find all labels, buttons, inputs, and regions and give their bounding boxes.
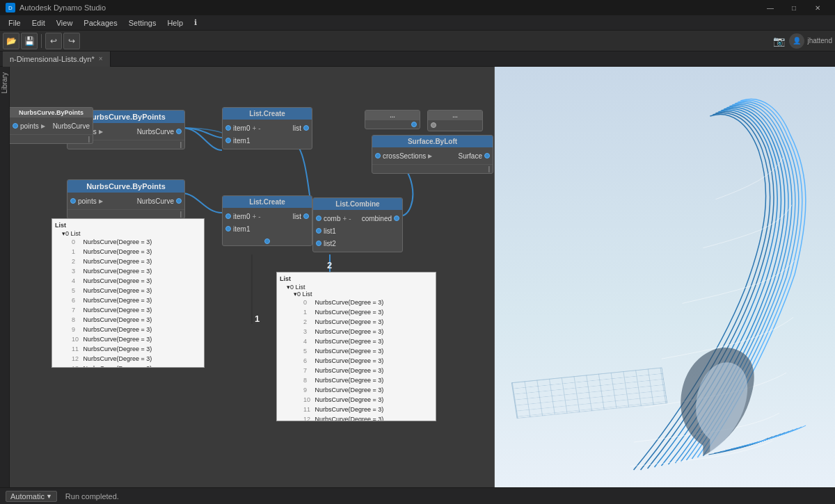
redo-button[interactable]: ↪	[63, 33, 80, 49]
output-list-bottom: list	[293, 213, 301, 220]
node-listcreate-bottom-body: item0 + - list item1	[223, 208, 312, 237]
statusbar: Automatic ▼ Run completed.	[0, 487, 835, 504]
port-dot-surface	[484, 153, 490, 158]
tab-label: n-Dimensional-Lists.dyn*	[10, 55, 95, 63]
list-item-l1: 1 NurbsCurve(Degree = 3)	[301, 307, 433, 317]
list-item-l10: 10 NurbsCurve(Degree = 3)	[301, 395, 433, 405]
node-footer-partial: |	[10, 134, 93, 143]
port-dot-list2	[316, 241, 321, 246]
app-title: Autodesk Dynamo Studio	[19, 3, 106, 12]
port-row-partial: points ▶ NurbsCurve	[10, 120, 93, 132]
node-surface-byloft-header: Surface.ByLoft	[372, 136, 493, 147]
node-partial-top3[interactable]: ...	[427, 110, 483, 131]
node-body-bottom: points ▶ NurbsCurve	[67, 193, 184, 209]
menu-packages[interactable]: Packages	[78, 17, 122, 29]
list-item-l4: 4 NurbsCurve(Degree = 3)	[301, 336, 433, 346]
list-item-l5: 5 NurbsCurve(Degree = 3)	[301, 346, 433, 356]
label-crosssections: crossSections	[383, 152, 426, 160]
port-dot-comb	[316, 216, 321, 221]
port-list2-in: list2	[316, 240, 336, 247]
port-row-comb: comb + - combined	[313, 212, 402, 225]
maximize-button[interactable]: □	[782, 0, 806, 15]
list-item-s13: 13 NurbsCurve(Degree = 3)	[69, 364, 201, 368]
node-listcombine[interactable]: List.Combine comb + - combined	[312, 197, 403, 252]
port-arrow-bottom: ▶	[99, 198, 103, 204]
port-combined-out: combined	[362, 215, 399, 222]
user-avatar[interactable]: 👤	[789, 33, 804, 49]
node-surface-byloft[interactable]: Surface.ByLoft crossSections ▶ Surface |	[372, 135, 493, 174]
library-label[interactable]: Library	[1, 70, 8, 97]
port-list-out-top: list	[293, 124, 309, 132]
node-listcreate-bottom[interactable]: List.Create item0 + - list	[222, 195, 312, 246]
menu-help[interactable]: Help	[161, 17, 189, 29]
undo-button[interactable]: ↩	[45, 33, 62, 49]
list-item-s4: 4 NurbsCurve(Degree = 3)	[69, 276, 201, 286]
minimize-button[interactable]: —	[758, 0, 782, 15]
menu-settings[interactable]: Settings	[123, 17, 162, 29]
node-header-nurbscurve-bottom: NurbsCurve.ByPoints	[67, 180, 184, 193]
port-minus-b[interactable]: -	[258, 213, 260, 220]
label-list1: list1	[324, 227, 336, 235]
window-controls: — □ ✕	[758, 0, 829, 15]
canvas[interactable]: NurbsCurve.ByPoints points ▶ NurbsCurve …	[10, 67, 835, 487]
port-dot-item1	[225, 138, 231, 143]
run-mode-label: Automatic	[10, 492, 45, 501]
list-panel-small: List ▾0 List 0 NurbsCurve(Degree = 3) 1 …	[51, 218, 205, 368]
output-combined: combined	[362, 215, 392, 222]
port-arrow: ▶	[99, 129, 103, 135]
list-panel-small-title: List	[55, 222, 201, 229]
node-partial-top2[interactable]: ...	[365, 110, 420, 129]
node-partial-top[interactable]: NurbsCurve.ByPoints points ▶ NurbsCurve …	[10, 107, 93, 144]
node-listcreate-top-header: List.Create	[223, 108, 312, 120]
port-dot-combined	[394, 216, 399, 221]
menu-file[interactable]: File	[3, 17, 26, 29]
port-surface-out: Surface	[459, 152, 490, 160]
port-minus[interactable]: -	[258, 124, 260, 132]
port-dot-list-b	[303, 213, 309, 219]
port-row-list2: list2	[313, 237, 402, 250]
port-plus[interactable]: +	[252, 124, 256, 132]
node-surface-byloft-footer: |	[372, 164, 493, 173]
list-item-s9: 9 NurbsCurve(Degree = 3)	[69, 325, 201, 334]
output-surface: Surface	[459, 152, 482, 160]
viz-3d	[495, 67, 835, 487]
save-button[interactable]: 💾	[21, 33, 38, 49]
label-item1-top: item1	[233, 137, 250, 145]
list-item-l0: 0 NurbsCurve(Degree = 3)	[301, 298, 433, 307]
toolbar: 📂 💾 ↩ ↪ 📷 👤 jhattend	[0, 31, 835, 51]
menu-info[interactable]: ℹ	[189, 17, 202, 29]
list-item-l8: 8 NurbsCurve(Degree = 3)	[301, 375, 433, 385]
canvas-number-1: 1	[255, 314, 260, 324]
main-area: Library	[0, 67, 835, 487]
label-list2: list2	[324, 240, 336, 247]
menu-view[interactable]: View	[51, 17, 79, 29]
menubar: File Edit View Packages Settings Help ℹ	[0, 15, 835, 31]
list-items-large: 0 NurbsCurve(Degree = 3) 1 NurbsCurve(De…	[294, 298, 433, 421]
list-item-s7: 7 NurbsCurve(Degree = 3)	[69, 305, 201, 315]
tab-close[interactable]: ×	[99, 55, 103, 63]
node-nurbscurve-bottom[interactable]: NurbsCurve.ByPoints points ▶ NurbsCurve …	[67, 179, 185, 219]
port-row-points-bottom: points ▶ NurbsCurve	[67, 195, 184, 207]
port-dot-list-top	[303, 125, 309, 131]
label-comb: comb	[324, 215, 340, 222]
port-minus-c[interactable]: -	[349, 215, 351, 222]
port-partial-out: NurbsCurve	[53, 122, 90, 130]
active-tab[interactable]: n-Dimensional-Lists.dyn* ×	[3, 51, 111, 67]
list-item-l3: 3 NurbsCurve(Degree = 3)	[301, 327, 433, 336]
close-button[interactable]: ✕	[806, 0, 829, 15]
menu-edit[interactable]: Edit	[26, 17, 51, 29]
port-row-item1-bottom: item1	[223, 222, 312, 235]
port-dot-p2	[411, 122, 417, 127]
node-listcreate-top[interactable]: List.Create item0 + - list	[222, 107, 312, 149]
list-large-inner: ▾0 List 0 NurbsCurve(Degree = 3) 1 Nurbs…	[287, 291, 433, 421]
camera-icon[interactable]: 📷	[771, 33, 786, 49]
port-output-nurbscurve: NurbsCurve	[137, 128, 174, 136]
run-mode-dropdown[interactable]: Automatic ▼	[6, 491, 57, 502]
port-item1-bottom: item1	[225, 225, 250, 233]
list-items-small: 0 NurbsCurve(Degree = 3) 1 NurbsCurve(De…	[62, 237, 201, 368]
open-button[interactable]: 📂	[3, 33, 19, 49]
node-listcombine-header: List.Combine	[313, 198, 402, 210]
port-plus-c[interactable]: +	[342, 215, 347, 222]
library-panel: Library	[0, 67, 10, 487]
port-plus-b[interactable]: +	[252, 213, 256, 220]
